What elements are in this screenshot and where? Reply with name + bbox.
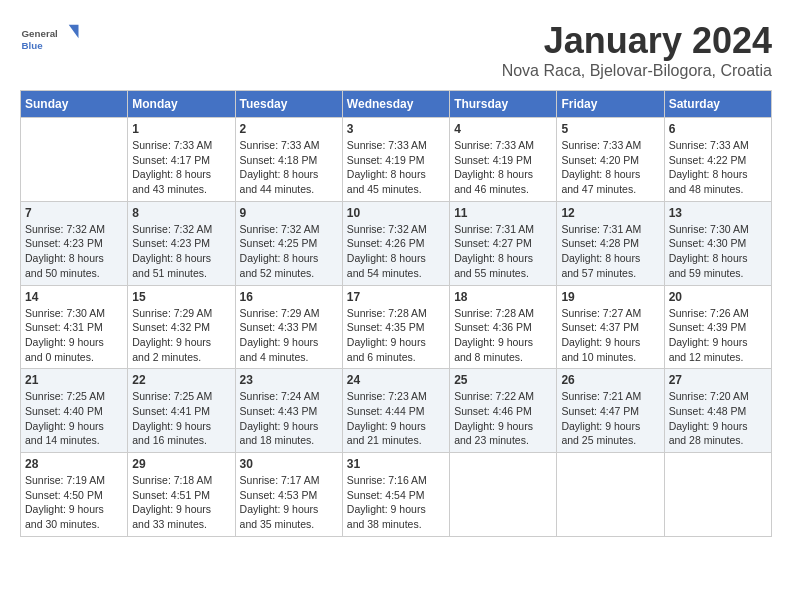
calendar-cell: 23Sunrise: 7:24 AMSunset: 4:43 PMDayligh… — [235, 369, 342, 453]
calendar-cell: 2Sunrise: 7:33 AMSunset: 4:18 PMDaylight… — [235, 118, 342, 202]
day-info: Sunrise: 7:25 AMSunset: 4:41 PMDaylight:… — [132, 389, 230, 448]
calendar-cell: 24Sunrise: 7:23 AMSunset: 4:44 PMDayligh… — [342, 369, 449, 453]
day-number: 20 — [669, 290, 767, 304]
calendar-cell: 6Sunrise: 7:33 AMSunset: 4:22 PMDaylight… — [664, 118, 771, 202]
day-number: 15 — [132, 290, 230, 304]
calendar-cell: 31Sunrise: 7:16 AMSunset: 4:54 PMDayligh… — [342, 453, 449, 537]
day-number: 9 — [240, 206, 338, 220]
day-number: 16 — [240, 290, 338, 304]
day-info: Sunrise: 7:32 AMSunset: 4:23 PMDaylight:… — [25, 222, 123, 281]
header: General Blue January 2024 Nova Raca, Bje… — [20, 20, 772, 80]
day-number: 11 — [454, 206, 552, 220]
day-number: 6 — [669, 122, 767, 136]
calendar-table: SundayMondayTuesdayWednesdayThursdayFrid… — [20, 90, 772, 537]
calendar-cell: 17Sunrise: 7:28 AMSunset: 4:35 PMDayligh… — [342, 285, 449, 369]
page-container: General Blue January 2024 Nova Raca, Bje… — [20, 20, 772, 537]
day-info: Sunrise: 7:28 AMSunset: 4:36 PMDaylight:… — [454, 306, 552, 365]
calendar-cell — [664, 453, 771, 537]
day-info: Sunrise: 7:21 AMSunset: 4:47 PMDaylight:… — [561, 389, 659, 448]
calendar-cell: 1Sunrise: 7:33 AMSunset: 4:17 PMDaylight… — [128, 118, 235, 202]
day-info: Sunrise: 7:22 AMSunset: 4:46 PMDaylight:… — [454, 389, 552, 448]
calendar-cell: 3Sunrise: 7:33 AMSunset: 4:19 PMDaylight… — [342, 118, 449, 202]
day-number: 17 — [347, 290, 445, 304]
day-info: Sunrise: 7:19 AMSunset: 4:50 PMDaylight:… — [25, 473, 123, 532]
calendar-cell: 22Sunrise: 7:25 AMSunset: 4:41 PMDayligh… — [128, 369, 235, 453]
day-info: Sunrise: 7:33 AMSunset: 4:17 PMDaylight:… — [132, 138, 230, 197]
day-info: Sunrise: 7:33 AMSunset: 4:19 PMDaylight:… — [347, 138, 445, 197]
svg-text:General: General — [22, 28, 59, 39]
day-number: 4 — [454, 122, 552, 136]
day-info: Sunrise: 7:29 AMSunset: 4:32 PMDaylight:… — [132, 306, 230, 365]
day-info: Sunrise: 7:32 AMSunset: 4:25 PMDaylight:… — [240, 222, 338, 281]
day-number: 24 — [347, 373, 445, 387]
day-info: Sunrise: 7:29 AMSunset: 4:33 PMDaylight:… — [240, 306, 338, 365]
svg-text:Blue: Blue — [22, 40, 44, 51]
day-info: Sunrise: 7:33 AMSunset: 4:22 PMDaylight:… — [669, 138, 767, 197]
day-number: 18 — [454, 290, 552, 304]
calendar-cell: 11Sunrise: 7:31 AMSunset: 4:27 PMDayligh… — [450, 201, 557, 285]
week-row-1: 1Sunrise: 7:33 AMSunset: 4:17 PMDaylight… — [21, 118, 772, 202]
weekday-header-row: SundayMondayTuesdayWednesdayThursdayFrid… — [21, 91, 772, 118]
calendar-cell: 27Sunrise: 7:20 AMSunset: 4:48 PMDayligh… — [664, 369, 771, 453]
day-info: Sunrise: 7:33 AMSunset: 4:20 PMDaylight:… — [561, 138, 659, 197]
day-info: Sunrise: 7:30 AMSunset: 4:31 PMDaylight:… — [25, 306, 123, 365]
day-number: 27 — [669, 373, 767, 387]
svg-marker-2 — [69, 25, 79, 39]
calendar-title: January 2024 — [502, 20, 772, 62]
day-number: 3 — [347, 122, 445, 136]
calendar-cell: 16Sunrise: 7:29 AMSunset: 4:33 PMDayligh… — [235, 285, 342, 369]
day-info: Sunrise: 7:32 AMSunset: 4:26 PMDaylight:… — [347, 222, 445, 281]
day-info: Sunrise: 7:30 AMSunset: 4:30 PMDaylight:… — [669, 222, 767, 281]
day-info: Sunrise: 7:33 AMSunset: 4:18 PMDaylight:… — [240, 138, 338, 197]
day-number: 28 — [25, 457, 123, 471]
day-info: Sunrise: 7:24 AMSunset: 4:43 PMDaylight:… — [240, 389, 338, 448]
week-row-5: 28Sunrise: 7:19 AMSunset: 4:50 PMDayligh… — [21, 453, 772, 537]
calendar-subtitle: Nova Raca, Bjelovar-Bilogora, Croatia — [502, 62, 772, 80]
calendar-cell: 19Sunrise: 7:27 AMSunset: 4:37 PMDayligh… — [557, 285, 664, 369]
day-info: Sunrise: 7:28 AMSunset: 4:35 PMDaylight:… — [347, 306, 445, 365]
day-number: 21 — [25, 373, 123, 387]
calendar-cell: 29Sunrise: 7:18 AMSunset: 4:51 PMDayligh… — [128, 453, 235, 537]
day-number: 19 — [561, 290, 659, 304]
calendar-cell: 13Sunrise: 7:30 AMSunset: 4:30 PMDayligh… — [664, 201, 771, 285]
calendar-cell: 15Sunrise: 7:29 AMSunset: 4:32 PMDayligh… — [128, 285, 235, 369]
weekday-header-tuesday: Tuesday — [235, 91, 342, 118]
title-section: January 2024 Nova Raca, Bjelovar-Bilogor… — [502, 20, 772, 80]
day-number: 2 — [240, 122, 338, 136]
weekday-header-wednesday: Wednesday — [342, 91, 449, 118]
day-info: Sunrise: 7:17 AMSunset: 4:53 PMDaylight:… — [240, 473, 338, 532]
day-number: 1 — [132, 122, 230, 136]
calendar-cell: 8Sunrise: 7:32 AMSunset: 4:23 PMDaylight… — [128, 201, 235, 285]
calendar-cell — [450, 453, 557, 537]
day-info: Sunrise: 7:31 AMSunset: 4:28 PMDaylight:… — [561, 222, 659, 281]
calendar-cell: 4Sunrise: 7:33 AMSunset: 4:19 PMDaylight… — [450, 118, 557, 202]
calendar-cell: 12Sunrise: 7:31 AMSunset: 4:28 PMDayligh… — [557, 201, 664, 285]
day-info: Sunrise: 7:23 AMSunset: 4:44 PMDaylight:… — [347, 389, 445, 448]
calendar-cell: 28Sunrise: 7:19 AMSunset: 4:50 PMDayligh… — [21, 453, 128, 537]
day-info: Sunrise: 7:18 AMSunset: 4:51 PMDaylight:… — [132, 473, 230, 532]
week-row-4: 21Sunrise: 7:25 AMSunset: 4:40 PMDayligh… — [21, 369, 772, 453]
calendar-cell: 25Sunrise: 7:22 AMSunset: 4:46 PMDayligh… — [450, 369, 557, 453]
day-number: 13 — [669, 206, 767, 220]
week-row-3: 14Sunrise: 7:30 AMSunset: 4:31 PMDayligh… — [21, 285, 772, 369]
day-number: 29 — [132, 457, 230, 471]
day-number: 23 — [240, 373, 338, 387]
calendar-cell: 26Sunrise: 7:21 AMSunset: 4:47 PMDayligh… — [557, 369, 664, 453]
day-number: 30 — [240, 457, 338, 471]
weekday-header-monday: Monday — [128, 91, 235, 118]
day-number: 22 — [132, 373, 230, 387]
calendar-cell: 10Sunrise: 7:32 AMSunset: 4:26 PMDayligh… — [342, 201, 449, 285]
weekday-header-sunday: Sunday — [21, 91, 128, 118]
day-number: 14 — [25, 290, 123, 304]
day-number: 10 — [347, 206, 445, 220]
calendar-cell: 14Sunrise: 7:30 AMSunset: 4:31 PMDayligh… — [21, 285, 128, 369]
day-number: 7 — [25, 206, 123, 220]
calendar-cell: 5Sunrise: 7:33 AMSunset: 4:20 PMDaylight… — [557, 118, 664, 202]
day-info: Sunrise: 7:26 AMSunset: 4:39 PMDaylight:… — [669, 306, 767, 365]
calendar-cell: 20Sunrise: 7:26 AMSunset: 4:39 PMDayligh… — [664, 285, 771, 369]
calendar-cell: 21Sunrise: 7:25 AMSunset: 4:40 PMDayligh… — [21, 369, 128, 453]
day-number: 5 — [561, 122, 659, 136]
weekday-header-thursday: Thursday — [450, 91, 557, 118]
weekday-header-saturday: Saturday — [664, 91, 771, 118]
weekday-header-friday: Friday — [557, 91, 664, 118]
